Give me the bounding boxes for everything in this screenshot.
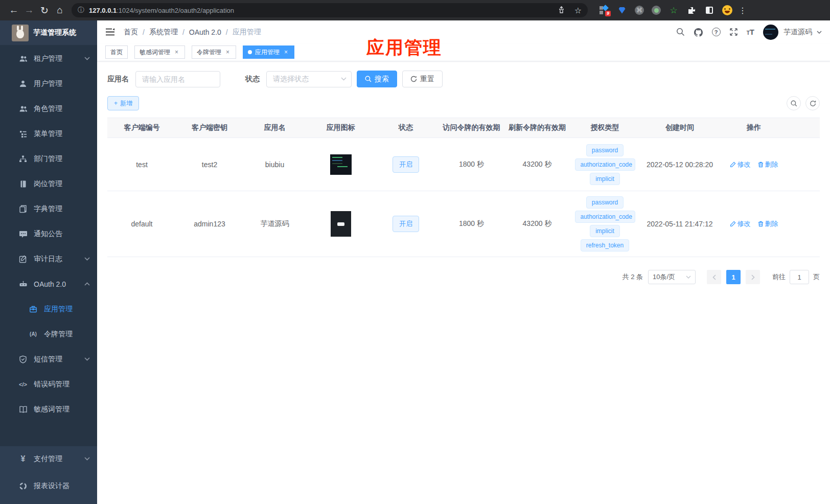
user-avatar[interactable] (763, 25, 778, 40)
message-icon (18, 230, 28, 239)
bookmark-star-icon[interactable]: ☆ (574, 6, 582, 15)
shield-check-icon (18, 355, 28, 364)
open-book-icon (18, 405, 28, 414)
sidebar-item-dict[interactable]: 字典管理 (0, 196, 97, 221)
sidebar-item-menu[interactable]: 菜单管理 (0, 121, 97, 146)
help-icon[interactable]: ? (712, 28, 721, 36)
status-badge[interactable]: 开启 (393, 156, 419, 173)
sidebar-bottom-section: ¥ 支付管理 报表设计器 (0, 446, 97, 504)
sidebar-item-dept[interactable]: 部门管理 (0, 146, 97, 171)
status-select[interactable]: 请选择状态 (266, 71, 352, 87)
sidebar-item-oauth[interactable]: OAuth 2.0 (0, 271, 97, 296)
status-label: 状态 (245, 75, 260, 84)
sidebar-item-oauth-application[interactable]: 应用管理 (0, 296, 97, 322)
add-button[interactable]: + 新增 (107, 96, 139, 110)
refresh-table-icon[interactable] (805, 96, 820, 110)
delete-link[interactable]: 删除 (758, 160, 778, 169)
chevron-up-icon (84, 282, 90, 286)
font-size-icon[interactable]: TT (747, 28, 754, 37)
extension-record-icon[interactable] (652, 6, 661, 15)
cell-client-id: default (107, 215, 176, 233)
extension-star-icon[interactable]: ☆ (668, 5, 679, 15)
page-size-select[interactable]: 10条/页 (648, 270, 696, 284)
sidebar-item-pay[interactable]: ¥ 支付管理 (0, 446, 97, 471)
menu-tree-icon (18, 129, 28, 139)
reset-button[interactable]: 重置 (402, 71, 443, 87)
status-badge[interactable]: 开启 (393, 216, 419, 232)
tab-application[interactable]: 应用管理 × (243, 45, 294, 59)
sidebar-item-report[interactable]: 报表设计器 (0, 471, 97, 501)
sidebar-item-post[interactable]: 岗位管理 (0, 171, 97, 196)
close-icon[interactable]: × (283, 49, 289, 56)
pagination: 共 2 条 10条/页 1 前往 页 (107, 270, 820, 284)
close-icon[interactable]: × (173, 49, 180, 56)
dictionary-icon (18, 204, 28, 214)
appname-input[interactable] (135, 71, 220, 87)
fullscreen-icon[interactable] (729, 28, 738, 36)
browser-forward-icon[interactable]: → (21, 5, 37, 16)
search-button[interactable]: 搜索 (357, 71, 397, 87)
extension-gem-icon[interactable] (617, 5, 627, 15)
share-icon[interactable] (558, 6, 565, 14)
sidebar-item-errcode[interactable]: </> 错误码管理 (0, 372, 97, 397)
tab-sensitive[interactable]: 敏感词管理 × (134, 45, 185, 59)
chevron-down-icon (84, 457, 90, 461)
toggle-search-icon[interactable] (787, 96, 801, 110)
cell-access-validity: 1800 秒 (437, 155, 506, 174)
user-caret-icon[interactable] (817, 31, 822, 34)
breadcrumb-home[interactable]: 首页 (124, 28, 138, 37)
app-icon-image (330, 154, 352, 175)
extension-blocker-icon[interactable]: 9 (599, 5, 609, 15)
sidebar-item-sms[interactable]: 短信管理 (0, 347, 97, 372)
goto-page-input[interactable] (790, 270, 809, 284)
grant-type-tags: password authorization_code implicit (575, 144, 635, 185)
prev-page-button[interactable] (707, 270, 721, 284)
sidebar-collapse-icon[interactable] (105, 28, 115, 36)
breadcrumb-system[interactable]: 系统管理 (149, 28, 178, 37)
header-search-icon[interactable] (676, 28, 685, 36)
breadcrumb-oauth[interactable]: OAuth 2.0 (189, 28, 221, 36)
github-icon[interactable] (694, 28, 703, 37)
next-page-button[interactable] (746, 270, 760, 284)
tab-home[interactable]: 首页 (105, 45, 128, 59)
tab-token[interactable]: 令牌管理 × (192, 45, 236, 59)
edit-link[interactable]: 修改 (730, 160, 751, 169)
cell-created-at: 2022-05-11 21:47:12 (641, 215, 718, 233)
browser-back-icon[interactable]: ← (6, 5, 21, 16)
sidebar-item-oauth-token[interactable]: (A) 令牌管理 (0, 322, 97, 347)
sidebar-item-notice[interactable]: 通知公告 (0, 221, 97, 246)
profile-avatar-icon[interactable] (722, 5, 732, 15)
sidebar-item-tenant[interactable]: 租户管理 (0, 46, 97, 71)
delete-link[interactable]: 删除 (758, 219, 778, 228)
chevron-down-icon (84, 357, 90, 361)
page-1-button[interactable]: 1 (726, 270, 741, 284)
sidebar-item-role[interactable]: 角色管理 (0, 96, 97, 121)
app-logo[interactable]: 芋道管理系统 (0, 20, 97, 45)
breadcrumb: 首页 / 系统管理 / OAuth 2.0 / 应用管理 (124, 28, 261, 37)
browser-menu-icon[interactable]: ⋮ (739, 6, 747, 15)
edit-log-icon (18, 255, 28, 264)
applications-table: 客户端编号 客户端密钥 应用名 应用图标 状态 访问令牌的有效期 刷新令牌的有效… (107, 118, 820, 257)
breadcrumb-current: 应用管理 (233, 28, 261, 37)
sidebar-item-user[interactable]: 用户管理 (0, 71, 97, 96)
close-icon[interactable]: × (224, 49, 231, 56)
cell-access-validity: 1800 秒 (437, 214, 506, 234)
yen-icon: ¥ (18, 454, 28, 464)
browser-home-icon[interactable]: ⌂ (52, 5, 67, 16)
table-row: default admin123 芋道源码 开启 1800 秒 43200 秒 … (107, 191, 820, 257)
cell-client-id: test (107, 155, 176, 174)
extension-command-icon[interactable]: ⌘ (635, 6, 644, 15)
page-info-icon[interactable]: ⓘ (78, 6, 84, 15)
edit-link[interactable]: 修改 (730, 219, 751, 228)
cell-app-name: 芋道源码 (243, 214, 307, 234)
report-designer-icon (18, 482, 28, 491)
split-view-icon[interactable] (704, 5, 714, 15)
sidebar-item-sensitive[interactable]: 敏感词管理 (0, 397, 97, 422)
cell-client-secret: admin123 (176, 215, 243, 233)
address-bar[interactable]: ⓘ 127.0.0.1:1024/system/oauth2/oauth2/ap… (72, 3, 588, 17)
sidebar-item-audit[interactable]: 审计日志 (0, 246, 97, 271)
extensions-puzzle-icon[interactable] (686, 5, 697, 15)
browser-reload-icon[interactable]: ↻ (37, 5, 52, 16)
username[interactable]: 芋道源码 (783, 28, 812, 37)
robot-icon (18, 280, 28, 289)
